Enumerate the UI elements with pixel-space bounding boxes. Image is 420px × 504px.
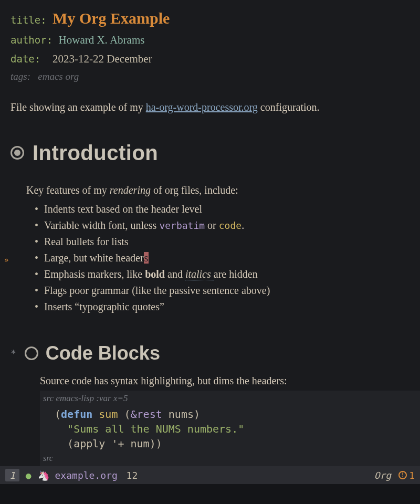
feature-list: Indents text based on the header level V…: [35, 201, 420, 315]
document-tags: emacs org: [38, 71, 79, 82]
source-block-header: src emacs-lisp :var x=5: [40, 391, 420, 405]
line-number: 12: [127, 470, 138, 481]
modeline[interactable]: 1 ● 🦄 example.org 12 Org ! 1: [0, 466, 420, 484]
bold-sample: bold: [145, 268, 165, 280]
meta-author-line: author: Howard X. Abrams: [10, 32, 420, 49]
code-text: code: [219, 220, 242, 231]
intro-paragraph: File showing an example of my ha-org-wor…: [10, 99, 420, 115]
buffer-segment[interactable]: 🦄 example.org 12: [38, 468, 138, 482]
introduction-body: Key features of my rendering of org file…: [26, 182, 420, 315]
meta-key-author: author: [10, 34, 47, 46]
warning-icon: !: [398, 471, 407, 479]
meta-key-date: date: [10, 53, 35, 65]
document-date: 2023-12-22 December: [52, 52, 152, 65]
meta-title-line: title: My Org Example: [10, 6, 420, 30]
modified-indicator-icon: ●: [26, 468, 32, 482]
intro-lead: Key features of my rendering of org file…: [26, 182, 420, 198]
code-blocks-lead: Source code has syntax highlighting, but…: [40, 373, 420, 388]
buffer-filename: example.org: [55, 470, 118, 481]
unicorn-icon: 🦄: [38, 470, 49, 481]
window-number[interactable]: 1: [5, 469, 19, 481]
editor-buffer[interactable]: » title: My Org Example author: Howard X…: [0, 0, 420, 467]
list-item: Large, but white headers: [35, 250, 420, 266]
heading-bullet-icon: [10, 146, 24, 160]
source-block-footer: src: [40, 452, 420, 467]
heading-text: Code Blocks: [46, 339, 160, 368]
meta-date-line: date: 2023-12-22 December: [10, 51, 420, 68]
list-item: Variable width font, unless verbatim or …: [35, 217, 420, 234]
warning-count: 1: [409, 468, 415, 482]
heading-code-blocks[interactable]: * Code Blocks: [10, 339, 420, 368]
fringe-continuation-icon: »: [4, 255, 8, 266]
major-mode[interactable]: Org: [374, 468, 392, 482]
list-item: Indents text based on the header level: [35, 201, 420, 217]
heading-text: Introduction: [33, 137, 158, 169]
list-item: Flags poor grammar (like the passive sen…: [35, 282, 420, 299]
heading-introduction[interactable]: Introduction: [10, 137, 420, 169]
heading-bullet-icon: [25, 346, 38, 360]
document-author: Howard X. Abrams: [59, 34, 145, 46]
heading-star: *: [10, 346, 16, 360]
italics-sample: italics: [185, 268, 214, 280]
source-code[interactable]: (defun sum (&rest nums) "Sums all the NU…: [40, 405, 420, 452]
minibuffer[interactable]: [0, 484, 420, 504]
verbatim-text: verbatim: [159, 220, 205, 231]
meta-tags-line: tags: emacs org: [10, 69, 420, 85]
meta-key-title: title: [10, 14, 40, 26]
document-title: My Org Example: [52, 9, 170, 27]
list-item: Inserts “typographic quotes”: [35, 299, 420, 315]
config-link[interactable]: ha-org-word-processor.org: [146, 101, 258, 113]
fringe: »: [2, 0, 8, 467]
list-item: Emphasis markers, like bold and italics …: [35, 266, 420, 282]
list-item: Real bullets for lists: [35, 234, 420, 250]
flycheck-warning[interactable]: ! 1: [398, 468, 415, 482]
code-blocks-body: Source code has syntax highlighting, but…: [40, 373, 420, 467]
source-block[interactable]: src emacs-lisp :var x=5 (defun sum (&res…: [40, 391, 420, 467]
cursor: s: [144, 252, 149, 264]
meta-key-tags: tags:: [10, 71, 30, 82]
